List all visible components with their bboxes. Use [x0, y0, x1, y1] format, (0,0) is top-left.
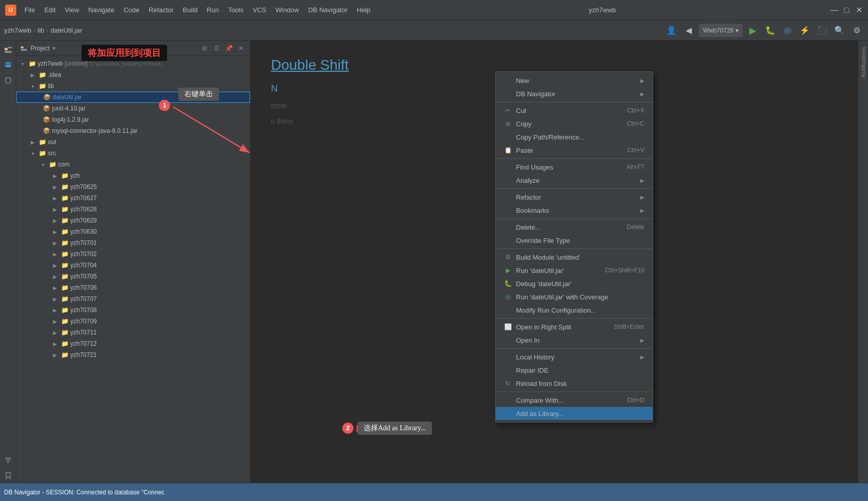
ctx-item-copy[interactable]: ⧉ Copy Ctrl+C	[496, 117, 653, 130]
tree-item-yzh70630[interactable]: ▶ 📁 yzh70630	[16, 226, 250, 237]
ctx-item-analyze[interactable]: Analyze ▶	[496, 174, 653, 187]
tree-item-yzh70629[interactable]: ▶ 📁 yzh70629	[16, 215, 250, 226]
panel-action-pin[interactable]: 📌	[224, 43, 234, 53]
ctx-item-find-usages[interactable]: Find Usages Alt+F7	[496, 160, 653, 174]
ctx-item-db-navigator[interactable]: DB Navigator ▶	[496, 87, 653, 100]
tree-item-yzh70628[interactable]: ▶ 📁 yzh70628	[16, 204, 250, 215]
menu-run[interactable]: Run	[203, 4, 223, 16]
sidebar-icon-db-browser[interactable]	[1, 58, 15, 72]
panel-action-layout[interactable]: ☰	[211, 43, 222, 53]
tree-label-yzh: yzh	[70, 172, 80, 179]
tree-item-mysql[interactable]: 📦 mysql-connector-java-8.0.11.jar	[16, 125, 250, 136]
notifications-label[interactable]: Notifications	[860, 43, 866, 81]
ctx-icon-coverage: ◎	[504, 293, 512, 301]
panel-action-gear[interactable]: ⚙	[199, 43, 209, 53]
ctx-item-run[interactable]: ▶ Run 'dateUtil.jar' Ctrl+Shift+F10	[496, 264, 653, 277]
app-icon: IJ	[5, 5, 16, 16]
panel-action-close[interactable]: ✕	[236, 43, 246, 53]
ctx-item-refactor[interactable]: Refactor ▶	[496, 190, 653, 204]
menu-db-navigator[interactable]: DB Navigator	[304, 4, 351, 16]
sidebar-icon-unknown[interactable]	[1, 73, 15, 88]
tree-item-out[interactable]: ▶ 📁 out	[16, 136, 250, 148]
sidebar-icon-structure[interactable]	[1, 453, 15, 467]
stop-button[interactable]: ⬛	[815, 23, 829, 38]
ctx-item-open-in[interactable]: Open In ▶	[496, 333, 653, 347]
tree-item-yzh70709[interactable]: ▶ 📁 yzh70709	[16, 316, 250, 327]
breadcrumb-project[interactable]: yzh7wwb	[4, 26, 31, 34]
ctx-item-bookmarks[interactable]: Bookmarks ▶	[496, 204, 653, 217]
tree-item-yzh70712[interactable]: ▶ 📁 yzh70712	[16, 338, 250, 349]
menu-build[interactable]: Build	[179, 4, 202, 16]
ctx-item-add-as-library[interactable]: Add as Library...	[496, 407, 653, 420]
tree-label-yzh70630: yzh70630	[70, 228, 97, 235]
tree-item-yzh70702[interactable]: ▶ 📁 yzh70702	[16, 248, 250, 260]
coverage-button[interactable]: ◎	[780, 23, 795, 38]
ctx-item-build-module[interactable]: ⚙ Build Module 'untitled'	[496, 250, 653, 264]
ctx-item-run-coverage[interactable]: ◎ Run 'dateUtil.jar' with Coverage	[496, 290, 653, 303]
menu-navigate[interactable]: Navigate	[84, 4, 118, 16]
ctx-item-reload-from-disk[interactable]: ↻ Reload from Disk	[496, 377, 653, 390]
breadcrumb-lib[interactable]: lib	[38, 26, 44, 34]
maximize-button[interactable]: □	[843, 6, 851, 14]
settings-button[interactable]: ⚙	[850, 23, 864, 38]
tree-item-yzh[interactable]: ▶ 📁 yzh	[16, 170, 250, 181]
profile-button[interactable]: 👤	[664, 23, 679, 38]
run-config-dropdown[interactable]: Wwb70726 ▾	[699, 24, 743, 37]
tree-item-src[interactable]: ▾ 📁 src	[16, 148, 250, 159]
menu-edit[interactable]: Edit	[40, 4, 60, 16]
ctx-icon-build: ⚙	[504, 253, 512, 261]
ctx-item-modify-run[interactable]: Modify Run Configuration...	[496, 303, 653, 317]
context-menu: New ▶ DB Navigator ▶ ✂ Cut Ctrl+X	[495, 71, 653, 423]
debug-button[interactable]: 🐛	[763, 23, 777, 38]
ctx-item-open-right-split[interactable]: ⬜ Open in Right Split Shift+Enter	[496, 320, 653, 333]
menu-tools[interactable]: Tools	[224, 4, 248, 16]
tree-item-log4j[interactable]: 📦 log4j-1.2.9.jar	[16, 114, 250, 125]
ctx-item-override-file-type[interactable]: Override File Type	[496, 234, 653, 247]
tree-item-yzh70708[interactable]: ▶ 📁 yzh70708	[16, 304, 250, 316]
sidebar-icon-project[interactable]	[1, 43, 15, 57]
tree-item-dateutil[interactable]: 📦 dateUtil.jar 1	[16, 92, 250, 103]
ctx-icon-new	[504, 76, 512, 85]
run-button[interactable]: ▶	[746, 23, 760, 38]
ctx-item-debug[interactable]: 🐛 Debug 'dateUtil.jar'	[496, 277, 653, 290]
menu-view[interactable]: View	[61, 4, 83, 16]
tree-item-junit[interactable]: 📦 junit-4.10.jar	[16, 103, 250, 114]
menu-file[interactable]: File	[20, 4, 39, 16]
ctx-item-new[interactable]: New ▶	[496, 74, 653, 87]
ctx-item-paste[interactable]: 📋 Paste Ctrl+V	[496, 144, 653, 157]
tree-item-yzh70705[interactable]: ▶ 📁 yzh70705	[16, 271, 250, 282]
sidebar-icon-bookmarks[interactable]	[1, 468, 15, 483]
tree-item-yzh70721[interactable]: ▶ 📁 yzh70721	[16, 349, 250, 360]
tree-item-yzh70707[interactable]: ▶ 📁 yzh70707	[16, 293, 250, 304]
ctx-item-repair-ide[interactable]: Repair IDE	[496, 364, 653, 377]
ctx-item-copy-path[interactable]: Copy Path/Reference...	[496, 130, 653, 144]
tree-item-com[interactable]: ▾ 📁 com	[16, 159, 250, 170]
ctx-item-cut[interactable]: ✂ Cut Ctrl+X	[496, 104, 653, 117]
tree-item-yzh70627[interactable]: ▶ 📁 yzh70627	[16, 192, 250, 204]
tree-item-yzh70706[interactable]: ▶ 📁 yzh70706	[16, 282, 250, 293]
menu-refactor[interactable]: Refactor	[145, 4, 178, 16]
tree-item-yzh70711[interactable]: ▶ 📁 yzh70711	[16, 327, 250, 338]
ctx-item-local-history[interactable]: Local History ▶	[496, 350, 653, 364]
profiler-button[interactable]: ⚡	[798, 23, 812, 38]
back-button[interactable]: ◀	[682, 23, 696, 38]
tree-item-yzh70704[interactable]: ▶ 📁 yzh70704	[16, 260, 250, 271]
tree-item-lib[interactable]: ▾ 📁 lib	[16, 80, 250, 92]
menu-window[interactable]: Window	[272, 4, 303, 16]
ctx-item-delete[interactable]: Delete... Delete	[496, 220, 653, 234]
tree-item-yzh70625[interactable]: ▶ 📁 yzh70625	[16, 181, 250, 192]
panel-title-arrow[interactable]: ▾	[52, 45, 56, 52]
menu-vcs[interactable]: VCS	[249, 4, 270, 16]
ctx-sep-3	[496, 188, 653, 189]
menu-help[interactable]: Help	[352, 4, 374, 16]
search-button[interactable]: 🔍	[832, 23, 847, 38]
minimize-button[interactable]: —	[830, 6, 838, 14]
double-shift-link[interactable]: Double Shift	[271, 57, 349, 73]
breadcrumb-file[interactable]: dateUtil.jar	[50, 26, 82, 34]
main-toolbar: yzh7wwb › lib › dateUtil.jar 将加应用到到项目 👤 …	[0, 20, 868, 41]
menu-code[interactable]: Code	[120, 4, 144, 16]
tree-item-idea[interactable]: ▶ 📁 .idea	[16, 69, 250, 80]
close-button[interactable]: ✕	[855, 6, 863, 14]
ctx-item-compare-with[interactable]: Compare With... Ctrl+D	[496, 394, 653, 407]
tree-item-yzh70701[interactable]: ▶ 📁 yzh70701	[16, 237, 250, 248]
